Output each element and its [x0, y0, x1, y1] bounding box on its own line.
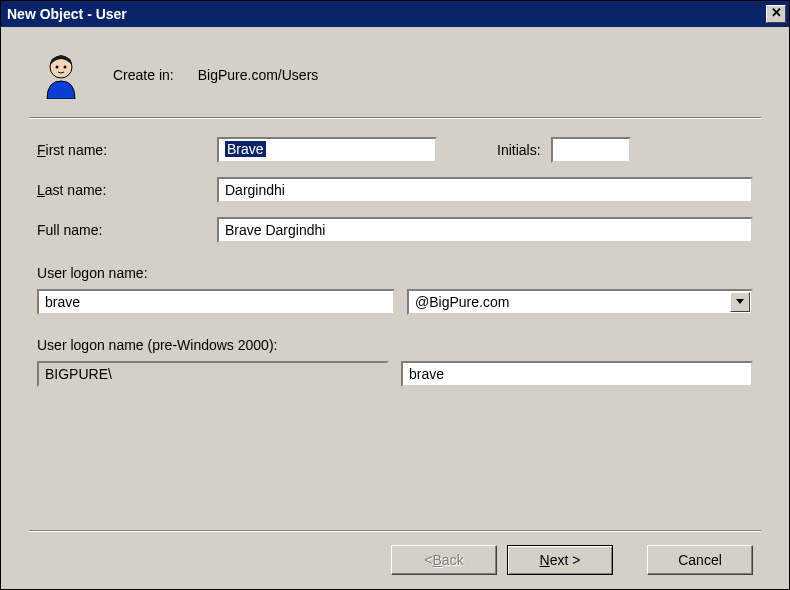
prewin-row — [37, 361, 753, 387]
button-bar: < Back Next > Cancel — [29, 530, 761, 575]
first-name-label: First name: — [37, 142, 217, 158]
prewin-label: User logon name (pre-Windows 2000): — [37, 337, 753, 353]
next-button[interactable]: Next > — [507, 545, 613, 575]
domain-select[interactable]: @BigPure.com — [407, 289, 753, 315]
initials-field[interactable] — [551, 137, 631, 163]
create-in: Create in: BigPure.com/Users — [113, 67, 318, 83]
back-button: < Back — [391, 545, 497, 575]
logon-name-label: User logon name: — [37, 265, 753, 281]
gap — [623, 545, 637, 575]
prewin-domain-field — [37, 361, 389, 387]
new-object-user-window: New Object - User ✕ Create in: BigPure.c… — [0, 0, 790, 590]
create-in-label: Create in: — [113, 67, 174, 83]
logon-row: @BigPure.com — [37, 289, 753, 315]
close-icon: ✕ — [771, 5, 782, 20]
last-name-row: Last name: — [37, 177, 753, 203]
first-name-field[interactable]: Brave — [217, 137, 437, 163]
form-area: First name: Brave Initials: Last name: F… — [29, 137, 761, 387]
full-name-field[interactable] — [217, 217, 753, 243]
cancel-button-label: Cancel — [678, 552, 722, 568]
prewin-user-field[interactable] — [401, 361, 753, 387]
first-name-row: First name: Brave Initials: — [37, 137, 753, 163]
chevron-down-icon — [736, 299, 744, 305]
titlebar: New Object - User ✕ — [1, 1, 789, 27]
last-name-label: Last name: — [37, 182, 217, 198]
first-name-value: Brave — [225, 141, 266, 157]
close-button[interactable]: ✕ — [766, 5, 786, 23]
create-in-path: BigPure.com/Users — [198, 67, 319, 83]
dialog-content: Create in: BigPure.com/Users First name:… — [1, 27, 789, 589]
full-name-label: Full name: — [37, 222, 217, 238]
last-name-field[interactable] — [217, 177, 753, 203]
spacer — [29, 387, 761, 530]
domain-dropdown-button[interactable] — [730, 292, 750, 312]
user-wizard-icon — [39, 51, 83, 99]
cancel-button[interactable]: Cancel — [647, 545, 753, 575]
domain-select-value: @BigPure.com — [409, 291, 729, 313]
svg-point-1 — [56, 66, 59, 69]
logon-name-field[interactable] — [37, 289, 395, 315]
header-row: Create in: BigPure.com/Users — [29, 45, 761, 117]
header-divider — [29, 117, 761, 119]
initials-label: Initials: — [497, 142, 541, 158]
window-title: New Object - User — [7, 6, 127, 22]
full-name-row: Full name: — [37, 217, 753, 243]
svg-point-2 — [64, 66, 67, 69]
